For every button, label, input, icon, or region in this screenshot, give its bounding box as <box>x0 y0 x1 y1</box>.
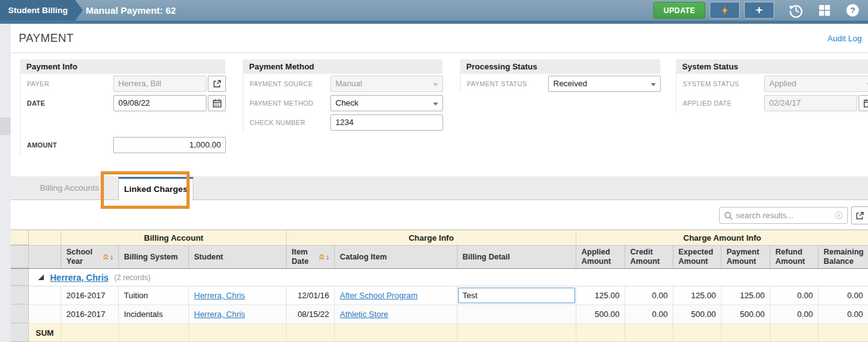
audit-log-link[interactable]: Audit Log <box>827 34 862 43</box>
charge-row: 2016-2017 Incidentals Herrera, Chris 08/… <box>11 305 868 324</box>
column-header-catalog-item[interactable]: Catalog Item <box>335 246 457 268</box>
cell-remaining-balance: 0.00 <box>819 305 868 323</box>
student-link[interactable]: Herrera, Chris <box>194 291 245 300</box>
left-scrollbar-thumb[interactable] <box>0 118 11 135</box>
update-button[interactable]: UPDATE <box>653 2 705 19</box>
chevron-down-icon <box>433 103 438 106</box>
payment-method-label: PAYMENT METHOD <box>243 99 314 107</box>
column-header-expected-amount[interactable]: Expected Amount <box>673 246 722 268</box>
help-icon: ? <box>845 3 860 18</box>
system-status-panel: System Status SYSTEM STATUS Applied APPL… <box>676 59 868 113</box>
open-payer-button[interactable] <box>208 76 226 92</box>
column-header-applied-amount[interactable]: Applied Amount <box>576 246 625 268</box>
panel-title-processing-status: Processing Status <box>460 59 660 74</box>
cell-expected-amount: 500.00 <box>673 305 722 323</box>
payment-status-select[interactable]: Received <box>548 76 661 92</box>
sort-index: 1 <box>326 253 329 262</box>
catalog-item-link[interactable]: Athletic Store <box>340 309 388 319</box>
calendar-icon <box>864 99 868 108</box>
group-row: Herrera, Chris (2 records) <box>11 269 868 286</box>
cell-payment-amount: 500.00 <box>722 305 770 323</box>
add-button[interactable]: + <box>744 2 774 19</box>
applied-date-calendar-button[interactable] <box>859 95 868 111</box>
column-header-billing-detail[interactable]: Billing Detail <box>457 246 576 268</box>
student-link[interactable]: Herrera, Chris <box>194 309 245 319</box>
system-status-label: SYSTEM STATUS <box>677 80 739 88</box>
quick-actions-button[interactable] <box>710 2 740 19</box>
apps-button[interactable] <box>817 3 832 18</box>
history-button[interactable] <box>789 3 804 18</box>
column-header-remaining-balance[interactable]: Remaining Balance <box>819 246 868 268</box>
cell-credit-amount: 0.00 <box>625 286 673 304</box>
cell-billing-detail[interactable] <box>457 305 576 323</box>
applied-date-label: APPLIED DATE <box>677 99 732 107</box>
tab-linked-charges[interactable]: Linked Charges <box>118 177 193 201</box>
external-link-icon <box>213 79 222 88</box>
cell-expected-amount: 125.00 <box>673 286 722 304</box>
billing-detail-input[interactable] <box>458 288 575 303</box>
payment-status-label: PAYMENT STATUS <box>461 80 527 88</box>
column-header-credit-amount[interactable]: Credit Amount <box>625 246 673 268</box>
processing-status-panel: Processing Status PAYMENT STATUS Receive… <box>460 59 660 93</box>
date-calendar-button[interactable] <box>208 95 226 111</box>
clear-search-icon[interactable] <box>835 211 843 219</box>
payment-method-panel: Payment Method PAYMENT SOURCE Manual PAY… <box>243 59 442 132</box>
cell-item-date: 12/01/16 <box>287 286 335 304</box>
charge-row: 2016-2017 Tuition Herrera, Chris 12/01/1… <box>11 286 868 305</box>
group-student-link[interactable]: Herrera, Chris <box>50 273 108 283</box>
group-header-charge-amount-info: Charge Amount Info <box>576 230 868 245</box>
amount-label: AMOUNT <box>21 141 57 149</box>
panel-title-payment-method: Payment Method <box>243 59 442 74</box>
sort-index: 1 <box>110 253 113 262</box>
linked-charges-grid: Billing Account Charge Info Charge Amoun… <box>11 229 868 342</box>
cell-school-year: 2016-2017 <box>61 286 119 304</box>
column-header-payment-amount[interactable]: Payment Amount <box>722 246 770 268</box>
breadcrumb-student-billing[interactable]: Student Billing <box>0 0 83 21</box>
cell-billing-system: Tuition <box>119 286 189 304</box>
catalog-item-link[interactable]: After School Program <box>340 291 417 300</box>
payment-info-panel: Payment Info PAYER DATE <box>20 59 225 154</box>
tab-billing-accounts[interactable]: Billing Accounts <box>22 176 117 200</box>
date-label: DATE <box>21 99 45 107</box>
cell-refund-amount: 0.00 <box>770 286 819 304</box>
cell-billing-system: Incidentals <box>119 305 189 323</box>
sum-row: SUM <box>11 324 868 342</box>
grid-column-header-row: School Year 1 Billing System Student Ite… <box>11 246 868 269</box>
page-header: PAYMENT Audit Log <box>11 24 868 53</box>
history-icon <box>789 3 804 18</box>
top-bar-actions: UPDATE + <box>653 2 862 19</box>
payer-label: PAYER <box>21 80 49 88</box>
group-header-billing-account: Billing Account <box>61 230 287 245</box>
page-breadcrumb-title: Manual Payment: 62 <box>86 0 176 21</box>
amount-field[interactable] <box>113 137 226 153</box>
payment-method-select[interactable]: Check <box>330 95 443 111</box>
check-number-label: CHECK NUMBER <box>243 119 305 126</box>
column-header-school-year[interactable]: School Year 1 <box>61 246 119 268</box>
column-header-student[interactable]: Student <box>189 246 287 268</box>
column-header-billing-system[interactable]: Billing System <box>119 246 189 268</box>
app-window: Student Billing Manual Payment: 62 UPDAT… <box>0 0 868 342</box>
help-button[interactable]: ? <box>845 3 860 18</box>
column-header-item-date[interactable]: Item Date 1 <box>287 246 335 268</box>
svg-text:?: ? <box>850 6 855 15</box>
utility-icons: ? <box>789 3 860 18</box>
sort-asc-icon <box>319 254 325 261</box>
column-header-refund-amount[interactable]: Refund Amount <box>770 246 819 268</box>
tab-strip: Billing Accounts Linked Charges <box>11 176 868 200</box>
check-number-field[interactable] <box>330 114 443 131</box>
search-input[interactable] <box>736 211 832 220</box>
top-bar: Student Billing Manual Payment: 62 UPDAT… <box>0 0 868 24</box>
date-field[interactable] <box>113 95 207 111</box>
collapse-group-icon[interactable] <box>38 274 44 281</box>
panel-title-system-status: System Status <box>676 59 868 74</box>
applied-date-field <box>764 95 857 111</box>
sum-label: SUM <box>29 324 61 342</box>
external-link-icon <box>855 211 864 220</box>
cell-credit-amount: 0.00 <box>625 305 673 323</box>
lightning-icon <box>720 5 730 16</box>
open-in-window-button[interactable] <box>851 206 868 224</box>
plus-icon: + <box>755 4 762 16</box>
group-record-count: (2 records) <box>114 273 150 282</box>
chevron-down-icon <box>651 83 656 86</box>
payment-source-select: Manual <box>330 76 443 92</box>
